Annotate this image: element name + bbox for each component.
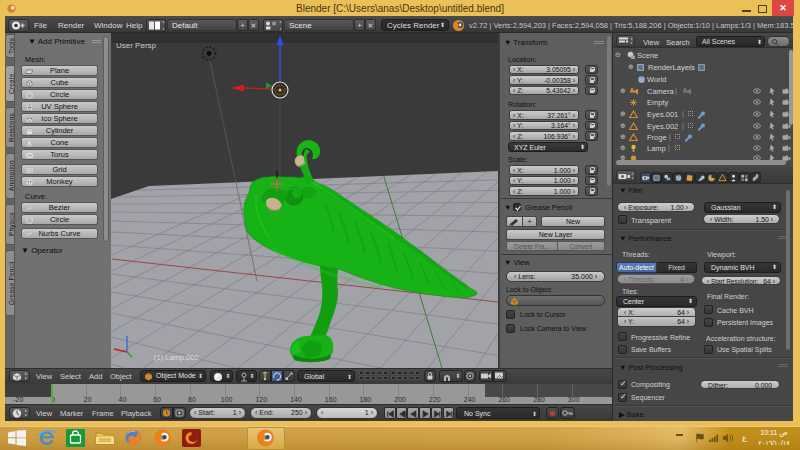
svg-text:(1) Lamp.002: (1) Lamp.002 bbox=[154, 353, 199, 362]
svg-text:z: z bbox=[123, 329, 126, 335]
svg-text:User Persp: User Persp bbox=[116, 41, 157, 50]
